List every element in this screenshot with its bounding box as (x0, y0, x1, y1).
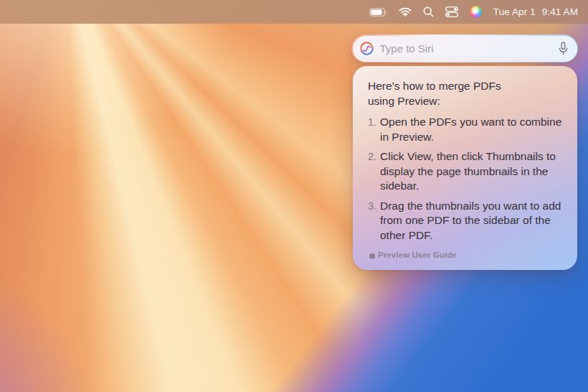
step-number: 2. (368, 149, 380, 194)
step-text: Click View, then click Thumbnails to dis… (380, 149, 564, 194)
siri-text-input[interactable] (380, 42, 552, 55)
search-icon (423, 6, 434, 17)
control-center-status-item[interactable] (445, 6, 458, 17)
list-item: 2. Click View, then click Thumbnails to … (368, 149, 564, 194)
wifi-status-item[interactable] (399, 7, 412, 17)
control-center-icon (445, 6, 458, 17)
siri-response-card: Here’s how to merge PDFs using Preview: … (353, 66, 577, 270)
siri-status-item[interactable] (470, 6, 482, 18)
card-title: Here’s how to merge PDFs using Preview: (368, 78, 520, 108)
source-link[interactable]: Preview User Guide (368, 251, 564, 259)
battery-status-item[interactable] (369, 8, 387, 17)
menu-bar: Tue Apr 19:41 AM (0, 0, 588, 24)
siri-input-glow (351, 34, 578, 62)
menu-bar-date: Tue Apr 1 (493, 6, 536, 17)
battery-icon (369, 8, 387, 17)
step-text: Drag the thumbnails you want to add from… (380, 199, 564, 243)
list-item: 1. Open the PDFs you want to combine in … (368, 115, 564, 144)
step-number: 1. (368, 115, 380, 144)
apple-logo-icon (368, 251, 375, 259)
microphone-icon[interactable] (558, 42, 569, 56)
siri-input[interactable] (353, 36, 577, 62)
step-text: Open the PDFs you want to combine in Pre… (380, 115, 564, 144)
list-item: 3. Drag the thumbnails you want to add f… (368, 199, 564, 243)
steps-list: 1. Open the PDFs you want to combine in … (368, 115, 564, 243)
wifi-icon (399, 7, 412, 17)
spotlight-status-item[interactable] (423, 6, 434, 17)
siri-glyph-icon (359, 41, 374, 56)
siri-icon (470, 6, 482, 18)
source-link-label: Preview User Guide (378, 251, 457, 259)
menu-bar-time: 9:41 AM (542, 6, 578, 17)
menu-bar-clock[interactable]: Tue Apr 19:41 AM (493, 6, 578, 17)
step-number: 3. (368, 199, 380, 243)
